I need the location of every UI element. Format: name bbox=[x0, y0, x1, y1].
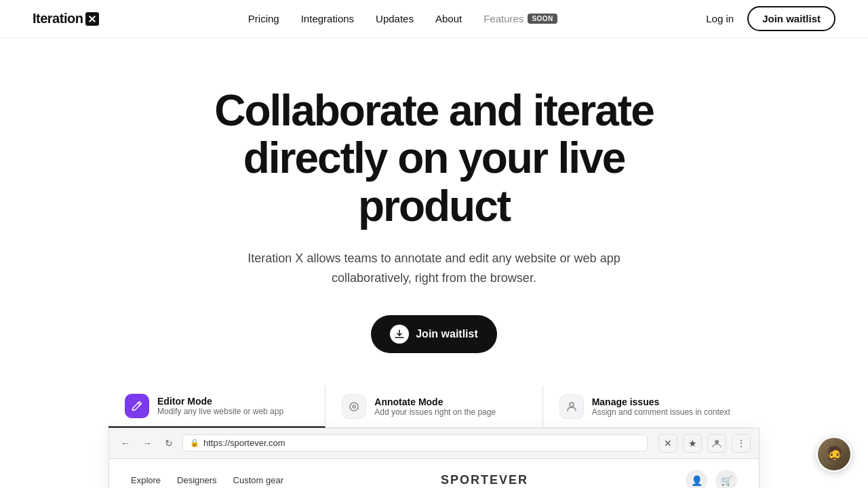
manage-issues-tab[interactable]: Manage issues Assign and comment issues … bbox=[543, 386, 760, 428]
nav-links: Pricing Integrations Updates About Featu… bbox=[248, 13, 557, 24]
sportever-user-icon[interactable]: 👤 bbox=[686, 470, 707, 488]
nav-updates[interactable]: Updates bbox=[376, 13, 414, 24]
soon-badge: SOON bbox=[528, 14, 557, 24]
extension-avatar-button[interactable] bbox=[707, 434, 726, 453]
user-avatar[interactable]: 🧔 bbox=[816, 436, 852, 472]
lock-icon: 🔒 bbox=[190, 439, 199, 447]
nav-pricing[interactable]: Pricing bbox=[248, 13, 279, 24]
browser-toolbar: ← → ↻ 🔒 https://sportever.com ✕ ★ ⋮ bbox=[109, 428, 759, 459]
download-icon bbox=[390, 325, 409, 344]
url-bar[interactable]: 🔒 https://sportever.com bbox=[182, 434, 648, 451]
svg-point-1 bbox=[353, 405, 355, 408]
logo-x-icon bbox=[85, 12, 99, 26]
hero-section: Collaborate and iterate directly on your… bbox=[0, 38, 868, 386]
browser-content: Explore Designers Custom gear SPORTEVER … bbox=[109, 459, 759, 488]
sportever-navbar: Explore Designers Custom gear SPORTEVER … bbox=[109, 459, 759, 488]
navbar: Iteration Pricing Integrations Updates A… bbox=[0, 0, 868, 38]
sportever-nav-links: Explore Designers Custom gear bbox=[131, 475, 283, 485]
extension-star-button[interactable]: ★ bbox=[683, 434, 702, 453]
manage-issues-text: Manage issues Assign and comment issues … bbox=[592, 396, 730, 417]
sportever-explore[interactable]: Explore bbox=[131, 475, 161, 485]
manage-issues-desc: Assign and comment issues in context bbox=[592, 407, 730, 417]
login-link[interactable]: Log in bbox=[706, 13, 734, 24]
nav-about[interactable]: About bbox=[435, 13, 462, 24]
sportever-nav-actions: 👤 🛒 bbox=[686, 470, 737, 488]
logo-text: Iteration bbox=[33, 11, 83, 26]
editor-mode-text: Editor Mode Modify any live website or w… bbox=[157, 396, 283, 416]
editor-mode-desc: Modify any live website or web app bbox=[157, 407, 283, 416]
annotate-mode-tab[interactable]: Annotate Mode Add your issues right on t… bbox=[326, 386, 542, 428]
browser-forward-button[interactable]: → bbox=[139, 435, 155, 451]
annotate-mode-title: Annotate Mode bbox=[374, 396, 496, 407]
annotate-mode-desc: Add your issues right on the page bbox=[374, 407, 496, 417]
nav-actions: Log in Join waitlist bbox=[706, 6, 835, 31]
url-text: https://sportever.com bbox=[203, 438, 285, 448]
sportever-custom-gear[interactable]: Custom gear bbox=[233, 475, 283, 485]
manage-issues-title: Manage issues bbox=[592, 396, 730, 407]
editor-mode-tab[interactable]: Editor Mode Modify any live website or w… bbox=[108, 386, 326, 428]
nav-features-group: Features SOON bbox=[484, 13, 557, 24]
svg-point-3 bbox=[715, 440, 719, 444]
join-waitlist-hero-label: Join waitlist bbox=[416, 328, 478, 340]
hero-title: Collaborate and iterate directly on your… bbox=[163, 87, 705, 230]
extension-x-button[interactable]: ✕ bbox=[658, 434, 677, 453]
demo-section: Editor Mode Modify any live website or w… bbox=[0, 386, 868, 488]
browser-back-button[interactable]: ← bbox=[117, 435, 134, 451]
nav-features[interactable]: Features bbox=[484, 13, 524, 24]
sportever-logo: SPORTEVER bbox=[441, 473, 528, 487]
hero-subtitle: Iteration X allows teams to annotate and… bbox=[244, 249, 624, 288]
sportever-cart-icon[interactable]: 🛒 bbox=[715, 470, 737, 488]
manage-issues-icon bbox=[559, 394, 584, 419]
editor-mode-title: Editor Mode bbox=[157, 396, 283, 407]
sportever-designers[interactable]: Designers bbox=[177, 475, 217, 485]
browser-window: ← → ↻ 🔒 https://sportever.com ✕ ★ ⋮ Expl… bbox=[108, 428, 760, 488]
user-avatar-image: 🧔 bbox=[818, 438, 850, 470]
svg-point-0 bbox=[350, 403, 358, 411]
extension-menu-button[interactable]: ⋮ bbox=[732, 434, 751, 453]
browser-refresh-button[interactable]: ↻ bbox=[161, 435, 177, 451]
editor-mode-icon bbox=[125, 394, 149, 418]
join-waitlist-hero-button[interactable]: Join waitlist bbox=[371, 315, 497, 353]
svg-point-2 bbox=[570, 403, 574, 407]
annotate-mode-text: Annotate Mode Add your issues right on t… bbox=[374, 396, 496, 417]
nav-integrations[interactable]: Integrations bbox=[301, 13, 354, 24]
browser-extension-actions: ✕ ★ ⋮ bbox=[658, 434, 751, 453]
logo[interactable]: Iteration bbox=[33, 11, 99, 26]
join-waitlist-nav-button[interactable]: Join waitlist bbox=[747, 6, 835, 31]
annotate-mode-icon bbox=[342, 394, 366, 419]
mode-tabs: Editor Mode Modify any live website or w… bbox=[108, 386, 760, 428]
